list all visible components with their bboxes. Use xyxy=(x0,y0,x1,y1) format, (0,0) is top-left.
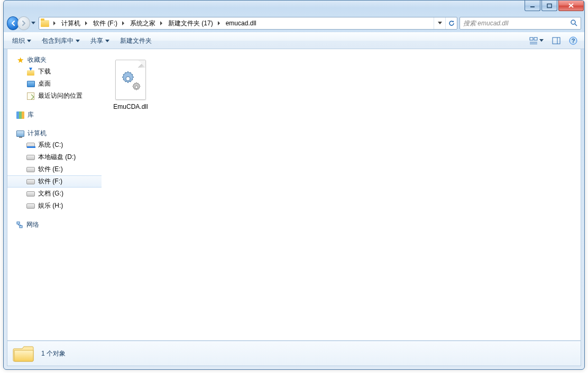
breadcrumb-sep[interactable] xyxy=(158,17,165,29)
toolbar: 组织 包含到库中 共享 新建文件夹 xyxy=(4,32,584,49)
sidebar-item-drive-c[interactable]: 系统 (C:) xyxy=(7,139,102,151)
explorer-body: ★ 收藏夹 下载 桌面 最近访问的位置 xyxy=(7,49,581,341)
include-label: 包含到库中 xyxy=(42,36,74,45)
svg-rect-12 xyxy=(17,222,20,224)
close-button[interactable] xyxy=(558,1,584,11)
new-folder-label: 新建文件夹 xyxy=(120,36,152,45)
breadcrumb-sep[interactable] xyxy=(215,17,223,29)
forward-button[interactable] xyxy=(17,16,30,30)
drive-icon xyxy=(26,202,35,210)
sidebar-item-recent[interactable]: 最近访问的位置 xyxy=(7,90,102,102)
preview-pane-icon xyxy=(552,37,561,44)
file-name-label: EmuCDA.dll xyxy=(113,103,148,110)
sidebar-libraries-group: 库 xyxy=(7,109,102,120)
view-mode-button[interactable] xyxy=(525,34,547,48)
sidebar-computer-group: 计算机 系统 (C:) 本地磁盘 (D:) 软件 (E:) 软件 (F:) xyxy=(7,128,102,212)
sidebar-item-label: 软件 (E:) xyxy=(38,165,63,174)
preview-pane-button[interactable] xyxy=(548,34,564,48)
view-icon xyxy=(529,37,538,44)
sidebar-favorites-group: ★ 收藏夹 下载 桌面 最近访问的位置 xyxy=(7,54,102,102)
drive-icon xyxy=(26,190,35,198)
svg-line-3 xyxy=(575,24,577,26)
address-row: 计算机 软件 (F:) 系统之家 新建文件夹 (17) emucad.dll xyxy=(4,15,584,32)
computer-label: 计算机 xyxy=(27,129,47,138)
desktop-icon xyxy=(26,80,35,88)
address-dropdown[interactable] xyxy=(434,17,445,29)
minimize-button[interactable] xyxy=(525,1,540,11)
drive-icon xyxy=(26,178,35,186)
breadcrumb-current[interactable]: emucad.dll xyxy=(223,17,259,29)
breadcrumb-sep[interactable] xyxy=(120,17,127,29)
libraries-icon xyxy=(16,111,24,119)
recent-icon xyxy=(26,92,35,100)
share-label: 共享 xyxy=(90,36,103,45)
sidebar-item-label: 娱乐 (H:) xyxy=(38,201,63,210)
svg-point-2 xyxy=(571,20,575,24)
sidebar-network-group: 网络 xyxy=(7,219,102,230)
sidebar-item-desktop[interactable]: 桌面 xyxy=(7,78,102,90)
breadcrumb-computer[interactable]: 计算机 xyxy=(58,17,82,29)
svg-rect-4 xyxy=(530,38,533,40)
nav-history-dropdown[interactable] xyxy=(30,18,36,29)
breadcrumb-sep[interactable] xyxy=(82,17,90,29)
new-folder-button[interactable]: 新建文件夹 xyxy=(115,34,157,48)
sidebar-item-label: 本地磁盘 (D:) xyxy=(38,153,76,162)
drive-icon xyxy=(26,165,35,174)
network-icon xyxy=(16,221,23,229)
network-label: 网络 xyxy=(26,220,39,229)
organize-button[interactable]: 组织 xyxy=(7,34,36,48)
search-box[interactable] xyxy=(460,17,581,30)
sidebar-libraries-header[interactable]: 库 xyxy=(7,109,102,120)
search-icon[interactable] xyxy=(570,19,578,27)
help-icon: ? xyxy=(569,36,577,45)
navigation-pane[interactable]: ★ 收藏夹 下载 桌面 最近访问的位置 xyxy=(7,49,102,340)
svg-point-15 xyxy=(135,86,138,89)
computer-icon xyxy=(16,129,24,138)
status-text: 1 个对象 xyxy=(41,349,66,358)
sidebar-item-drive-g[interactable]: 文档 (G:) xyxy=(7,188,102,200)
file-item[interactable]: EmuCDA.dll xyxy=(107,57,154,113)
breadcrumb-folder-2[interactable]: 新建文件夹 (17) xyxy=(165,17,215,29)
folder-icon xyxy=(41,20,49,27)
sidebar-item-drive-d[interactable]: 本地磁盘 (D:) xyxy=(7,151,102,163)
sidebar-item-drive-f[interactable]: 软件 (F:) xyxy=(7,175,102,188)
help-button[interactable]: ? xyxy=(565,34,581,48)
sidebar-item-drive-h[interactable]: 娱乐 (H:) xyxy=(7,200,102,212)
sidebar-item-drive-e[interactable]: 软件 (E:) xyxy=(7,163,102,175)
sidebar-item-label: 最近访问的位置 xyxy=(38,91,82,100)
sidebar-item-label: 桌面 xyxy=(38,79,51,88)
titlebar xyxy=(4,1,584,15)
favorites-label: 收藏夹 xyxy=(27,55,47,64)
sidebar-favorites-header[interactable]: ★ 收藏夹 xyxy=(7,54,102,66)
details-pane: 1 个对象 xyxy=(7,341,581,366)
breadcrumb-folder-1[interactable]: 系统之家 xyxy=(127,17,158,29)
svg-rect-13 xyxy=(20,226,22,228)
breadcrumb-root-sep[interactable] xyxy=(51,17,58,29)
nav-buttons xyxy=(7,16,36,31)
share-button[interactable]: 共享 xyxy=(85,34,115,48)
address-bar[interactable]: 计算机 软件 (F:) 系统之家 新建文件夹 (17) emucad.dll xyxy=(39,17,457,30)
breadcrumb-drive[interactable]: 软件 (F:) xyxy=(90,17,120,29)
chevron-down-icon xyxy=(539,39,544,42)
download-icon xyxy=(26,68,35,76)
search-input[interactable] xyxy=(463,20,570,27)
dll-file-icon xyxy=(112,59,149,101)
include-in-library-button[interactable]: 包含到库中 xyxy=(36,34,85,48)
refresh-button[interactable] xyxy=(445,17,457,29)
sidebar-item-label: 软件 (F:) xyxy=(38,177,62,186)
maximize-button[interactable] xyxy=(541,1,557,11)
folder-large-icon xyxy=(13,343,35,363)
sidebar-item-label: 系统 (C:) xyxy=(38,141,63,150)
file-list-pane[interactable]: EmuCDA.dll xyxy=(102,49,581,340)
sidebar-item-label: 文档 (G:) xyxy=(38,189,63,198)
sidebar-item-downloads[interactable]: 下载 xyxy=(7,66,102,78)
svg-rect-8 xyxy=(553,38,560,44)
libraries-label: 库 xyxy=(27,110,34,119)
gear-icon xyxy=(131,82,142,92)
svg-rect-5 xyxy=(534,38,537,40)
sidebar-network-header[interactable]: 网络 xyxy=(7,219,102,230)
sidebar-item-label: 下载 xyxy=(38,67,51,76)
sidebar-computer-header[interactable]: 计算机 xyxy=(7,128,102,139)
explorer-window: 计算机 软件 (F:) 系统之家 新建文件夹 (17) emucad.dll xyxy=(3,0,585,370)
chevron-down-icon xyxy=(105,37,109,44)
